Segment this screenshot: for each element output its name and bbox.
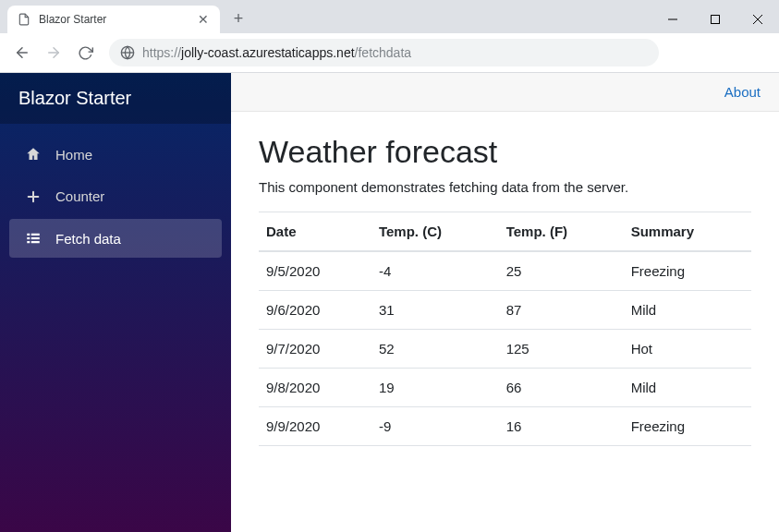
plus-icon bbox=[24, 189, 43, 204]
sidebar: Blazor Starter Home Counter Fetch data bbox=[0, 73, 231, 532]
brand[interactable]: Blazor Starter bbox=[0, 73, 231, 124]
window-controls bbox=[651, 6, 779, 33]
address-bar[interactable]: https://jolly-coast.azurestaticapps.net/… bbox=[109, 39, 659, 66]
cell-summary: Mild bbox=[624, 369, 751, 407]
th-temp-c: Temp. (C) bbox=[371, 212, 499, 252]
svg-rect-13 bbox=[31, 237, 40, 239]
table-header-row: Date Temp. (C) Temp. (F) Summary bbox=[259, 212, 751, 252]
forecast-table: Date Temp. (C) Temp. (F) Summary 9/5/202… bbox=[259, 212, 751, 446]
th-temp-f: Temp. (F) bbox=[499, 212, 624, 252]
cell-temp-f: 16 bbox=[499, 407, 624, 446]
svg-rect-14 bbox=[27, 241, 30, 243]
cell-temp-c: -4 bbox=[371, 251, 499, 291]
table-row: 9/6/2020 31 87 Mild bbox=[259, 291, 751, 330]
url-scheme: https:// bbox=[142, 45, 181, 60]
page-title: Weather forecast bbox=[259, 134, 751, 170]
cell-temp-f: 66 bbox=[499, 369, 624, 407]
th-summary: Summary bbox=[624, 212, 751, 252]
svg-rect-11 bbox=[31, 234, 40, 236]
table-row: 9/5/2020 -4 25 Freezing bbox=[259, 251, 751, 291]
cell-date: 9/7/2020 bbox=[259, 330, 371, 369]
th-date: Date bbox=[259, 212, 371, 252]
maximize-button[interactable] bbox=[694, 6, 736, 33]
cell-temp-c: 31 bbox=[371, 291, 499, 330]
url-host: jolly-coast.azurestaticapps.net bbox=[181, 45, 355, 60]
cell-temp-f: 25 bbox=[499, 251, 624, 291]
sidebar-item-home[interactable]: Home bbox=[9, 135, 222, 174]
app: Blazor Starter Home Counter Fetch data bbox=[0, 73, 779, 532]
sidebar-item-fetch-data[interactable]: Fetch data bbox=[9, 219, 222, 258]
minimize-button[interactable] bbox=[651, 6, 694, 33]
cell-temp-c: 52 bbox=[371, 330, 499, 369]
tab-title: Blazor Starter bbox=[39, 13, 189, 26]
cell-date: 9/8/2020 bbox=[259, 369, 371, 407]
sidebar-item-label: Home bbox=[55, 147, 92, 163]
list-icon bbox=[24, 230, 43, 247]
browser-tab[interactable]: Blazor Starter ✕ bbox=[7, 6, 220, 33]
cell-temp-f: 125 bbox=[499, 330, 624, 369]
browser-chrome: Blazor Starter ✕ + https://jolly-coast.a… bbox=[0, 0, 779, 73]
cell-date: 9/6/2020 bbox=[259, 291, 371, 330]
reload-button[interactable] bbox=[72, 40, 98, 66]
table-row: 9/8/2020 19 66 Mild bbox=[259, 369, 751, 407]
content: About Weather forecast This component de… bbox=[231, 73, 779, 532]
cell-date: 9/5/2020 bbox=[259, 251, 371, 291]
cell-temp-c: 19 bbox=[371, 369, 499, 407]
main: Weather forecast This component demonstr… bbox=[231, 112, 779, 468]
cell-summary: Mild bbox=[624, 291, 751, 330]
sidebar-item-label: Fetch data bbox=[55, 231, 121, 247]
page-subtitle: This component demonstrates fetching dat… bbox=[259, 179, 751, 195]
cell-temp-f: 87 bbox=[499, 291, 624, 330]
cell-temp-c: -9 bbox=[371, 407, 499, 446]
svg-rect-1 bbox=[712, 16, 720, 24]
url-path: /fetchdata bbox=[355, 45, 412, 60]
site-info-icon[interactable] bbox=[120, 45, 135, 60]
table-row: 9/9/2020 -9 16 Freezing bbox=[259, 407, 751, 446]
browser-toolbar: https://jolly-coast.azurestaticapps.net/… bbox=[0, 33, 779, 73]
titlebar: Blazor Starter ✕ + bbox=[0, 0, 779, 33]
sidebar-item-counter[interactable]: Counter bbox=[9, 177, 222, 215]
cell-summary: Freezing bbox=[624, 407, 751, 446]
svg-rect-15 bbox=[31, 241, 40, 243]
close-window-button[interactable] bbox=[736, 6, 779, 33]
sidebar-nav: Home Counter Fetch data bbox=[0, 124, 231, 269]
home-icon bbox=[24, 146, 43, 163]
forward-button[interactable] bbox=[41, 40, 67, 66]
cell-summary: Hot bbox=[624, 330, 751, 369]
back-button[interactable] bbox=[9, 40, 35, 66]
page-icon bbox=[17, 12, 31, 27]
new-tab-button[interactable]: + bbox=[225, 6, 251, 31]
url-text: https://jolly-coast.azurestaticapps.net/… bbox=[142, 45, 411, 60]
svg-rect-10 bbox=[27, 234, 30, 236]
sidebar-item-label: Counter bbox=[55, 188, 104, 204]
close-tab-icon[interactable]: ✕ bbox=[196, 12, 211, 27]
table-row: 9/7/2020 52 125 Hot bbox=[259, 330, 751, 369]
cell-summary: Freezing bbox=[624, 251, 751, 291]
topbar: About bbox=[231, 73, 779, 112]
cell-date: 9/9/2020 bbox=[259, 407, 371, 446]
about-link[interactable]: About bbox=[724, 84, 761, 100]
svg-rect-12 bbox=[27, 237, 30, 239]
